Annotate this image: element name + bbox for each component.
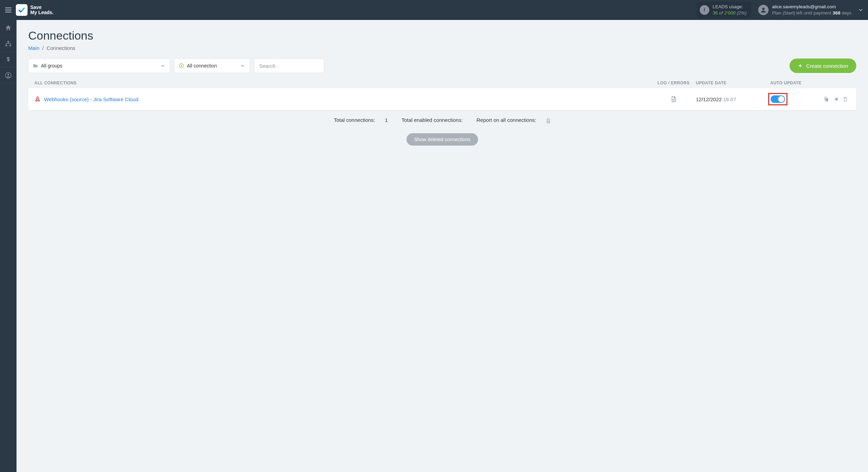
brand-text: Save My Leads. — [30, 5, 54, 15]
sidebar — [0, 20, 17, 472]
account-info: alice.savemyleads@gmail.com Plan |Start|… — [758, 4, 851, 16]
col-header-name: ALL CONNECTIONS — [34, 81, 651, 85]
col-header-log: LOG / ERRORS — [651, 81, 696, 85]
delete-button[interactable] — [843, 96, 848, 102]
hamburger-icon — [5, 8, 11, 12]
groups-dropdown[interactable]: All groups — [28, 59, 170, 73]
auto-update-toggle[interactable] — [771, 95, 785, 103]
svg-rect-3 — [9, 45, 11, 46]
col-header-date: UPDATE DATE — [696, 81, 768, 85]
main-content: Connections Main / Connections All group… — [17, 20, 868, 472]
logo-icon — [16, 4, 28, 16]
connection-name-link[interactable]: Webhooks (source) - Jira Software Cloud — [44, 96, 138, 102]
account-dropdown[interactable] — [858, 7, 864, 13]
connection-filter-dropdown[interactable]: All connection — [174, 59, 250, 73]
sidebar-item-home[interactable] — [0, 20, 17, 36]
folder-icon — [33, 63, 38, 69]
svg-point-0 — [762, 8, 765, 10]
settings-button[interactable] — [833, 96, 839, 102]
account-plan: Plan |Start| left until payment 368 days — [772, 10, 851, 16]
svg-rect-10 — [825, 98, 828, 102]
total-value: 1 — [385, 117, 388, 123]
table-header: ALL CONNECTIONS LOG / ERRORS UPDATE DATE… — [28, 81, 856, 88]
chevron-down-icon — [240, 63, 245, 69]
update-date: 12/12/2022 16:07 — [696, 96, 768, 102]
account-email: alice.savemyleads@gmail.com — [772, 4, 851, 10]
col-header-auto: AUTO UPDATE — [768, 81, 823, 85]
svg-point-5 — [8, 74, 9, 75]
logo[interactable]: Save My Leads. — [16, 4, 54, 16]
search-input[interactable] — [254, 59, 324, 73]
copy-button[interactable] — [823, 96, 829, 102]
sidebar-item-billing[interactable] — [0, 52, 17, 67]
svg-rect-1 — [8, 41, 9, 42]
total-label: Total connections: — [334, 117, 375, 123]
report-label: Report on all connections: — [476, 117, 536, 123]
sidebar-item-connections[interactable] — [0, 36, 17, 52]
avatar-icon — [758, 5, 769, 15]
log-button[interactable] — [651, 96, 696, 103]
breadcrumb: Main / Connections — [28, 45, 856, 51]
toolbar: All groups All connection — [28, 59, 856, 73]
connection-row: Webhooks (source) - Jira Software Cloud … — [28, 88, 856, 110]
breadcrumb-main[interactable]: Main — [28, 45, 40, 51]
chevron-down-icon — [160, 63, 166, 69]
create-label: Create connection — [806, 63, 848, 69]
menu-toggle[interactable] — [3, 4, 14, 15]
page-title: Connections — [28, 29, 856, 42]
usage-label: LEADS usage: — [713, 4, 747, 10]
breadcrumb-current: Connections — [46, 45, 75, 51]
connection-filter-label: All connection — [187, 63, 217, 69]
usage-values: 36 of 2'000 (2%) — [713, 10, 747, 16]
summary: Total connections: 1 Total enabled conne… — [28, 117, 856, 124]
sidebar-item-account[interactable] — [0, 67, 17, 83]
create-connection-button[interactable]: Create connection — [790, 59, 856, 73]
brand-line1: Save — [30, 5, 54, 10]
svg-rect-2 — [6, 45, 7, 46]
plus-icon — [798, 63, 803, 68]
auto-update-highlight — [768, 93, 787, 105]
brand-line2: My Leads. — [30, 10, 54, 15]
enabled-label: Total enabled connections: — [402, 117, 463, 123]
groups-label: All groups — [41, 63, 62, 69]
usage-box: i LEADS usage: 36 of 2'000 (2%) — [697, 2, 752, 18]
show-deleted-button[interactable]: Show deleted connections — [406, 133, 478, 146]
report-download-icon[interactable] — [546, 117, 551, 123]
header: Save My Leads. i LEADS usage: 36 of 2'00… — [0, 0, 868, 20]
play-circle-icon — [179, 63, 184, 69]
info-icon: i — [700, 5, 709, 15]
webhook-icon — [34, 96, 41, 102]
